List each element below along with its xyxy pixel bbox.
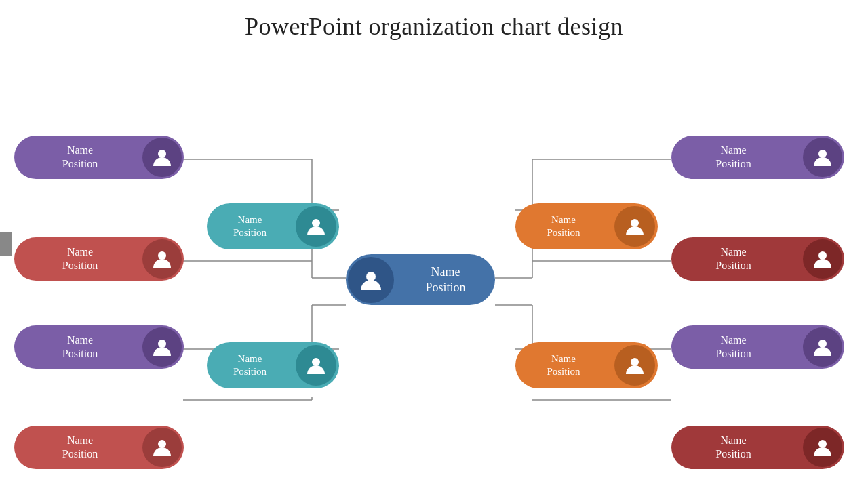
tl2-label1: Name: [67, 245, 93, 259]
tl1-text: Name Position: [14, 144, 140, 171]
br1-text: Name Position: [671, 333, 801, 361]
tr2-label2: Position: [715, 259, 751, 272]
tr-mid-node: Name Position: [515, 203, 658, 249]
br2-node: Name Position: [671, 426, 844, 469]
bl-mid-label1: Name: [238, 352, 262, 365]
bl1-label1: Name: [67, 333, 93, 347]
br1-node: Name Position: [671, 325, 844, 369]
center-node: Name Position: [346, 254, 495, 305]
bl1-node: Name Position: [14, 325, 184, 369]
bl-mid-text: Name Position: [207, 352, 293, 378]
svg-point-32: [158, 251, 166, 260]
svg-point-30: [312, 358, 320, 366]
chart-area: Name Position Name Position Name Positio…: [0, 54, 868, 488]
tl2-text: Name Position: [14, 245, 140, 272]
page-title: PowerPoint organization chart design: [0, 0, 868, 47]
br2-label2: Position: [715, 447, 751, 461]
bl-mid-node: Name Position: [207, 342, 339, 388]
tl1-label2: Position: [62, 157, 98, 171]
center-label1: Name: [431, 264, 460, 280]
br1-label2: Position: [715, 347, 751, 361]
tr2-icon: [803, 239, 842, 279]
bl2-label2: Position: [62, 447, 98, 461]
tr1-text: Name Position: [671, 144, 801, 171]
svg-point-37: [818, 150, 827, 158]
svg-point-31: [158, 150, 166, 158]
svg-point-28: [366, 272, 376, 281]
tl-mid-node: Name Position: [207, 203, 339, 249]
center-label2: Position: [425, 280, 465, 296]
tl1-label1: Name: [67, 144, 93, 157]
svg-point-38: [818, 251, 827, 260]
svg-point-39: [818, 340, 827, 348]
tr1-label1: Name: [720, 144, 746, 157]
tr2-node: Name Position: [671, 237, 844, 281]
bl-mid-label2: Position: [233, 365, 267, 378]
br-mid-node: Name Position: [515, 342, 658, 388]
svg-point-29: [312, 219, 320, 227]
tr2-label1: Name: [720, 245, 746, 259]
br-mid-text: Name Position: [515, 352, 612, 378]
svg-point-36: [631, 358, 639, 366]
tr2-text: Name Position: [671, 245, 801, 272]
tr-mid-label2: Position: [547, 226, 580, 239]
tl-mid-text: Name Position: [207, 214, 293, 239]
br-mid-icon: [614, 345, 655, 386]
tl-mid-label2: Position: [233, 226, 267, 239]
bl1-text: Name Position: [14, 333, 140, 361]
br-mid-label1: Name: [551, 352, 576, 365]
tl2-node: Name Position: [14, 237, 184, 281]
tl-mid-label1: Name: [238, 214, 262, 226]
tr-mid-icon: [614, 206, 655, 247]
br1-label1: Name: [720, 333, 746, 347]
bl-mid-icon: [296, 345, 336, 386]
bl2-text: Name Position: [14, 434, 140, 461]
tr1-icon: [803, 138, 842, 177]
tr1-label2: Position: [715, 157, 751, 171]
svg-point-33: [158, 340, 166, 348]
center-icon: [348, 257, 394, 303]
tl2-label2: Position: [62, 259, 98, 272]
br2-label1: Name: [720, 434, 746, 447]
svg-point-35: [631, 219, 639, 227]
br1-icon: [803, 327, 842, 367]
tr-mid-label1: Name: [551, 214, 576, 226]
br2-icon: [803, 428, 842, 467]
tl1-node: Name Position: [14, 136, 184, 179]
tl-mid-icon: [296, 206, 336, 247]
bl2-label1: Name: [67, 434, 93, 447]
center-text: Name Position: [396, 264, 495, 295]
bl2-icon: [142, 428, 182, 467]
tl1-icon: [142, 138, 182, 177]
tl2-icon: [142, 239, 182, 279]
tr1-node: Name Position: [671, 136, 844, 179]
bl1-icon: [142, 327, 182, 367]
bl1-label2: Position: [62, 347, 98, 361]
svg-point-40: [818, 440, 827, 448]
tr-mid-text: Name Position: [515, 214, 612, 239]
br-mid-label2: Position: [547, 365, 580, 378]
bl2-node: Name Position: [14, 426, 184, 469]
svg-point-34: [158, 440, 166, 448]
br2-text: Name Position: [671, 434, 801, 461]
